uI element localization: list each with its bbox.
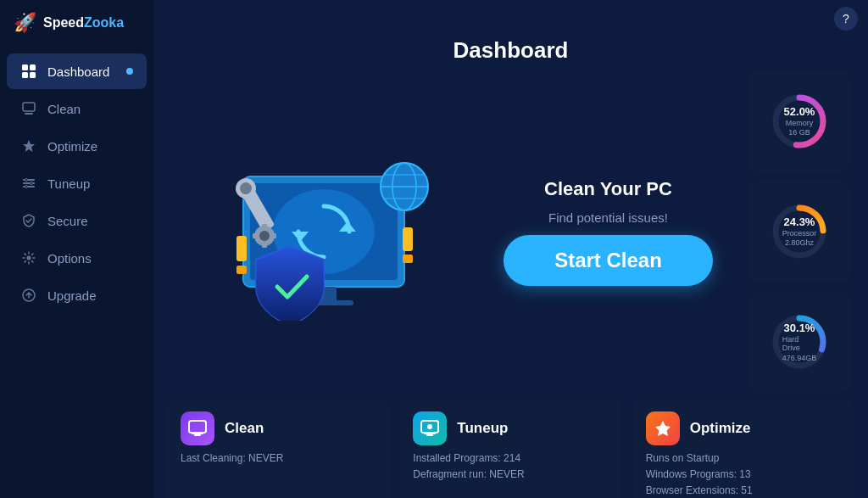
card-info-line: Last Cleaning: NEVER [181,450,376,467]
stat-percent: 30.1% [784,322,815,335]
svg-rect-49 [194,434,201,436]
card-info-line: Runs on Startup [646,450,841,467]
svg-rect-3 [30,72,36,78]
stats-panel: 52.0% Memory 16 GB [744,70,854,393]
stat-ring: 30.1% Hard Drive 476.94GB [770,312,829,372]
logo-text: SpeedZooka [43,15,124,31]
svg-point-15 [27,256,31,260]
stat-name: Memory [786,119,814,128]
card-info-line: Browser Extensions: 51 [646,483,841,498]
start-clean-button[interactable]: Start Clean [504,235,713,286]
svg-rect-4 [23,103,35,111]
sidebar-item-secure[interactable]: Secure [7,203,147,238]
svg-rect-35 [262,243,267,248]
sidebar-label-clean: Clean [47,102,133,116]
card-info-line: Defragment run: NEVER [413,467,608,483]
secure-icon [20,212,37,229]
svg-point-33 [259,231,270,241]
sidebar-item-clean[interactable]: Clean [7,91,147,126]
sidebar-label-optimize: Optimize [47,139,133,154]
svg-point-54 [427,424,432,429]
svg-rect-39 [236,266,247,274]
clean-icon [20,100,37,117]
stat-value: 16 GB [788,128,810,137]
clean-pc-subtitle: Find potential issues! [548,210,668,225]
card-info-clean: Last Cleaning: NEVER [181,450,376,467]
clean-section: Clean Your PC Find potential issues! Sta… [482,178,734,286]
svg-rect-52 [426,434,433,436]
card-title-tuneup: Tuneup [457,420,508,437]
dashboard-icon [20,63,37,80]
svg-rect-40 [403,227,413,251]
card-info-optimize: Runs on StartupWindows Programs: 13Brows… [646,450,841,498]
card-icon-optimize [646,411,680,445]
bottom-card-tuneup: Tuneup Installed Programs: 214Defragment… [399,400,621,498]
sidebar-item-dashboard[interactable]: Dashboard [7,53,147,89]
sidebar-item-options[interactable]: Options [7,240,147,276]
card-info-line: Installed Programs: 214 [413,450,608,467]
stat-percent: 24.3% [784,215,815,229]
card-icon-tuneup [413,411,447,445]
bottom-card-optimize: Optimize Runs on StartupWindows Programs… [632,400,854,498]
logo-icon: 🚀 [14,12,36,34]
tuneup-icon [20,175,37,192]
sidebar-label-tuneup: Tuneup [47,176,133,191]
clean-pc-title: Clean Your PC [544,178,672,200]
sidebar-item-upgrade[interactable]: Upgrade [7,277,147,313]
svg-rect-34 [262,224,267,229]
svg-rect-41 [403,255,413,263]
svg-rect-37 [271,233,276,238]
nav-menu: Dashboard Clean Optimize [0,53,153,498]
card-title-clean: Clean [225,420,264,437]
help-button[interactable]: ? [834,7,858,31]
card-icon-clean [181,411,214,445]
stat-ring: 24.3% Processor 2.80Ghz [770,202,829,261]
sidebar-item-optimize[interactable]: Optimize [7,128,147,164]
svg-rect-2 [22,72,28,78]
active-indicator [126,68,133,75]
stat-card-hard-drive: 30.1% Hard Drive 476.94GB [748,291,850,393]
sidebar-item-tuneup[interactable]: Tuneup [7,165,147,201]
dashboard-panel: Dashboard [153,37,868,498]
svg-rect-48 [189,421,206,433]
card-header: Tuneup [413,411,608,445]
svg-rect-1 [30,64,36,70]
sidebar-label-secure: Secure [47,214,133,228]
svg-rect-53 [424,433,436,434]
stat-card-processor: 24.3% Processor 2.80Ghz [748,181,850,283]
stat-value: 476.94GB [782,354,817,363]
main-content: ? Dashboard [153,0,868,498]
middle-section: Clean Your PC Find potential issues! Sta… [167,70,854,393]
stat-value: 2.80Ghz [785,238,814,248]
stat-name: Processor [782,229,817,238]
page-title: Dashboard [167,37,854,64]
options-icon [20,249,37,266]
stat-card-memory: 52.0% Memory 16 GB [748,70,850,172]
sidebar: 🚀 SpeedZooka Dashboard Cl [0,0,153,498]
bottom-card-clean: Clean Last Cleaning: NEVER [167,400,389,498]
stat-center: 30.1% Hard Drive 476.94GB [782,322,817,363]
card-info-tuneup: Installed Programs: 214Defragment run: N… [413,450,608,483]
svg-rect-38 [236,236,247,261]
sidebar-label-options: Options [47,251,133,266]
stat-percent: 52.0% [784,105,815,119]
sidebar-label-dashboard: Dashboard [47,64,116,79]
hero-illustration [167,138,472,325]
stat-center: 24.3% Processor 2.80Ghz [782,215,817,248]
optimize-icon [20,137,37,154]
svg-rect-36 [253,233,258,238]
stat-name: Hard Drive [782,334,817,353]
bottom-cards: Clean Last Cleaning: NEVER Tuneup Instal… [167,400,854,498]
upgrade-icon [20,287,37,304]
card-info-line: Windows Programs: 13 [646,467,841,483]
card-header: Optimize [646,411,841,445]
sidebar-label-upgrade: Upgrade [47,288,133,303]
card-title-optimize: Optimize [690,420,751,437]
svg-rect-0 [22,64,28,70]
topbar: ? [153,0,868,37]
card-header: Clean [181,411,376,445]
svg-rect-5 [25,113,33,115]
logo-area: 🚀 SpeedZooka [0,0,153,46]
stat-center: 52.0% Memory 16 GB [784,105,815,137]
stat-ring: 52.0% Memory 16 GB [770,92,829,151]
